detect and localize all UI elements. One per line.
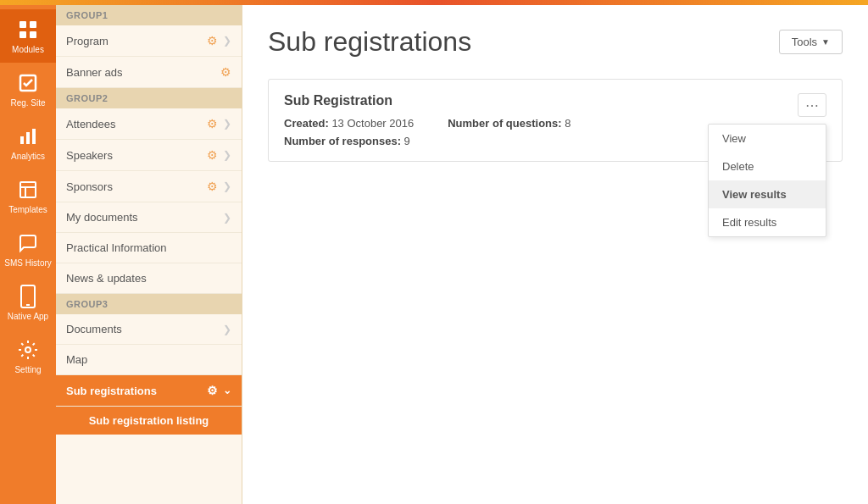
reg-card-title-area: Sub Registration Created: 13 October 201… [284,93,570,147]
sidebar-item-practical-info-left: Practical Information [66,241,231,254]
sidebar-item-news-updates-left: News & updates [66,272,231,285]
sidebar-item-documents-right: ❯ [223,324,231,335]
main-content: Sub registrations Tools ▼ Sub Registrati… [242,5,868,504]
sidebar-label-map: Map [66,353,87,366]
sidebar-item-banner-ads-right: ⚙ [220,65,231,79]
app-body: Modules Reg. Site Analytics [0,5,868,504]
sidebar-item-speakers-right: ⚙ ❯ [207,148,231,162]
sidebar-item-speakers-left: Speakers [66,149,207,162]
sidebar-item-my-documents[interactable]: My documents ❯ [56,202,242,233]
sidebar-item-documents[interactable]: Documents ❯ [56,314,242,345]
nav-label-reg-site: Reg. Site [10,98,45,108]
nav-item-modules[interactable]: Modules [0,9,56,63]
nav-item-templates[interactable]: Templates [0,169,56,223]
nav-label-sms-history: SMS History [4,258,52,268]
sidebar: GROUP1 Program ⚙ ❯ Banner ads ⚙ GROUP2 A… [56,5,242,504]
sidebar-item-sub-registrations[interactable]: Sub registrations ⚙ ⌄ [56,375,242,407]
sidebar-item-my-documents-left: My documents [66,211,223,224]
nav-label-templates: Templates [8,205,47,214]
sidebar-item-sponsors[interactable]: Sponsors ⚙ ❯ [56,171,242,202]
native-app-icon [16,285,40,308]
sidebar-item-sub-registrations-right: ⚙ ⌄ [207,384,231,397]
sidebar-label-attendees: Attendees [66,118,116,130]
reg-card-title: Sub Registration [284,93,570,108]
sidebar-item-sub-registration-listing[interactable]: Sub registration listing [56,407,242,435]
reg-site-icon [16,71,40,95]
sidebar-item-practical-info[interactable]: Practical Information [56,233,242,263]
svg-rect-0 [19,21,26,28]
nav-label-setting: Setting [14,365,41,374]
dropdown-item-edit-results[interactable]: Edit results [709,208,826,236]
created-value: 13 October 2016 [331,117,414,130]
created-label: Created: [284,117,329,130]
nav-item-setting[interactable]: Setting [0,330,56,383]
sidebar-item-my-documents-right: ❯ [223,212,231,224]
sidebar-item-map[interactable]: Map [56,345,242,375]
tools-chevron-icon: ▼ [821,37,830,47]
sidebar-label-program: Program [66,35,108,47]
nav-label-native-app: Native App [8,312,48,321]
sidebar-label-news-updates: News & updates [66,272,147,285]
gear-icon-program: ⚙ [207,34,218,47]
sidebar-item-program-right: ⚙ ❯ [207,34,231,47]
sidebar-item-documents-left: Documents [66,323,223,335]
sidebar-label-practical-info: Practical Information [66,241,167,254]
nav-item-analytics[interactable]: Analytics [0,116,56,169]
sidebar-item-banner-ads[interactable]: Banner ads ⚙ [56,57,242,88]
created-info: Created: 13 October 2016 [284,117,414,130]
sidebar-label-documents: Documents [66,323,122,335]
dropdown-item-delete[interactable]: Delete [709,152,826,180]
templates-icon [16,178,40,202]
sidebar-item-sponsors-left: Sponsors [66,180,207,193]
nav-label-analytics: Analytics [11,152,45,161]
gear-icon-attendees: ⚙ [207,117,218,130]
sidebar-item-sub-registrations-left: Sub registrations [66,385,207,397]
page-title: Sub registrations [268,26,471,58]
gear-icon-sub-registrations: ⚙ [207,384,218,397]
nav-item-reg-site[interactable]: Reg. Site [0,63,56,116]
sidebar-item-news-updates[interactable]: News & updates [56,263,242,294]
sidebar-item-map-left: Map [66,353,231,366]
sidebar-item-attendees-left: Attendees [66,118,207,130]
sidebar-label-speakers: Speakers [66,149,113,162]
chevron-icon-speakers: ❯ [223,149,231,161]
num-questions-value: 8 [565,117,570,130]
sidebar-label-my-documents: My documents [66,211,138,224]
nav-item-native-app[interactable]: Native App [0,276,56,330]
num-questions-label: Number of questions: [448,117,561,130]
gear-icon-speakers: ⚙ [207,148,218,162]
sidebar-label-sponsors: Sponsors [66,180,113,193]
chevron-icon-sub-registrations: ⌄ [223,385,231,396]
reg-card-info-row1: Created: 13 October 2016 Number of quest… [284,117,570,130]
sidebar-item-sponsors-right: ⚙ ❯ [207,180,231,193]
sidebar-label-sub-registrations: Sub registrations [66,385,157,397]
more-options-button[interactable]: ⋯ [798,93,826,117]
analytics-icon [16,125,40,148]
tools-button[interactable]: Tools ▼ [779,30,843,54]
svg-rect-1 [30,21,36,28]
dropdown-item-view[interactable]: View [709,125,826,152]
nav-item-sms-history[interactable]: SMS History [0,223,56,276]
sidebar-label-sub-registration-listing: Sub registration listing [89,414,209,427]
sidebar-item-attendees[interactable]: Attendees ⚙ ❯ [56,108,242,140]
dropdown-menu: View Delete View results Edit results [708,124,826,237]
svg-rect-2 [19,31,26,38]
setting-icon [16,338,40,362]
reg-card-info-row2: Number of responses: 9 [284,135,570,147]
page-title-row: Sub registrations Tools ▼ [268,26,843,58]
svg-rect-8 [20,182,36,197]
modules-icon [16,18,40,42]
registration-card: Sub Registration Created: 13 October 201… [268,79,843,162]
svg-rect-3 [30,31,36,38]
svg-rect-5 [20,136,24,144]
num-responses-value: 9 [404,135,410,147]
group2-header: GROUP2 [56,88,242,108]
svg-rect-7 [32,129,36,144]
dropdown-item-view-results[interactable]: View results [709,180,826,208]
sidebar-item-banner-ads-left: Banner ads [66,66,220,79]
sidebar-item-speakers[interactable]: Speakers ⚙ ❯ [56,140,242,171]
gear-icon-banner-ads: ⚙ [220,65,231,79]
gear-icon-sponsors: ⚙ [207,180,218,193]
group3-header: GROUP3 [56,294,242,314]
sidebar-item-program[interactable]: Program ⚙ ❯ [56,25,242,57]
